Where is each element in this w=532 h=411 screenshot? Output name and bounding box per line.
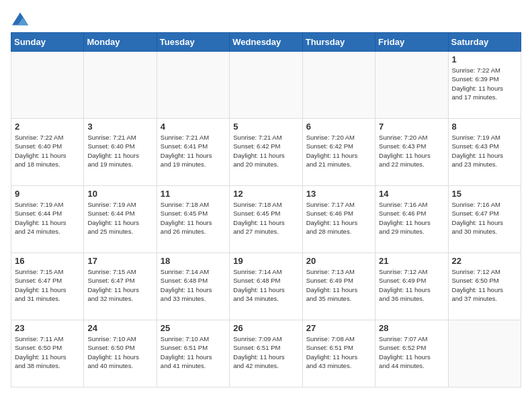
day-number: 9 (15, 189, 80, 199)
day-number: 22 (452, 256, 517, 266)
day-info: Sunrise: 7:15 AM Sunset: 6:47 PM Dayligh… (87, 267, 152, 303)
day-info: Sunrise: 7:19 AM Sunset: 6:44 PM Dayligh… (15, 200, 80, 236)
day-number: 16 (15, 256, 80, 266)
day-number: 8 (452, 122, 517, 132)
calendar-cell: 20Sunrise: 7:13 AM Sunset: 6:49 PM Dayli… (302, 253, 375, 320)
calendar-cell: 13Sunrise: 7:17 AM Sunset: 6:46 PM Dayli… (302, 186, 375, 253)
calendar-week-row: 1Sunrise: 7:22 AM Sunset: 6:39 PM Daylig… (11, 52, 521, 119)
day-info: Sunrise: 7:22 AM Sunset: 6:40 PM Dayligh… (15, 133, 80, 169)
logo-icon (12, 11, 28, 27)
day-number: 10 (87, 189, 152, 199)
day-info: Sunrise: 7:12 AM Sunset: 6:49 PM Dayligh… (379, 267, 444, 303)
day-number: 4 (161, 122, 226, 132)
day-number: 24 (87, 323, 152, 333)
calendar-cell: 8Sunrise: 7:19 AM Sunset: 6:43 PM Daylig… (448, 119, 521, 186)
day-info: Sunrise: 7:15 AM Sunset: 6:47 PM Dayligh… (15, 267, 80, 303)
calendar-cell: 7Sunrise: 7:20 AM Sunset: 6:43 PM Daylig… (375, 119, 448, 186)
calendar-cell: 15Sunrise: 7:16 AM Sunset: 6:47 PM Dayli… (448, 186, 521, 253)
day-info: Sunrise: 7:08 AM Sunset: 6:51 PM Dayligh… (306, 334, 371, 370)
day-number: 28 (379, 323, 444, 333)
calendar-cell: 24Sunrise: 7:10 AM Sunset: 6:50 PM Dayli… (84, 320, 157, 387)
day-info: Sunrise: 7:14 AM Sunset: 6:48 PM Dayligh… (233, 267, 298, 303)
day-info: Sunrise: 7:18 AM Sunset: 6:45 PM Dayligh… (161, 200, 226, 236)
weekday-header-thursday: Thursday (302, 33, 375, 52)
day-number: 25 (161, 323, 226, 333)
day-number: 5 (233, 122, 298, 132)
day-info: Sunrise: 7:07 AM Sunset: 6:52 PM Dayligh… (379, 334, 444, 370)
calendar-cell: 5Sunrise: 7:21 AM Sunset: 6:42 PM Daylig… (230, 119, 302, 186)
calendar-cell: 21Sunrise: 7:12 AM Sunset: 6:49 PM Dayli… (375, 253, 448, 320)
calendar-table: SundayMondayTuesdayWednesdayThursdayFrid… (11, 32, 521, 387)
calendar-cell: 17Sunrise: 7:15 AM Sunset: 6:47 PM Dayli… (84, 253, 157, 320)
calendar-header-row: SundayMondayTuesdayWednesdayThursdayFrid… (11, 33, 521, 52)
day-number: 6 (306, 122, 371, 132)
day-info: Sunrise: 7:18 AM Sunset: 6:45 PM Dayligh… (233, 200, 298, 236)
logo (11, 11, 28, 27)
day-info: Sunrise: 7:17 AM Sunset: 6:46 PM Dayligh… (306, 200, 371, 236)
day-info: Sunrise: 7:11 AM Sunset: 6:50 PM Dayligh… (15, 334, 80, 370)
day-number: 2 (15, 122, 80, 132)
weekday-header-monday: Monday (84, 33, 157, 52)
day-number: 20 (306, 256, 371, 266)
day-number: 15 (452, 189, 517, 199)
day-info: Sunrise: 7:16 AM Sunset: 6:47 PM Dayligh… (452, 200, 517, 236)
day-number: 3 (87, 122, 152, 132)
day-number: 12 (233, 189, 298, 199)
day-info: Sunrise: 7:22 AM Sunset: 6:39 PM Dayligh… (452, 66, 517, 101)
day-info: Sunrise: 7:14 AM Sunset: 6:48 PM Dayligh… (161, 267, 226, 303)
day-number: 27 (306, 323, 371, 333)
day-number: 13 (306, 189, 371, 199)
calendar-cell: 26Sunrise: 7:09 AM Sunset: 6:51 PM Dayli… (230, 320, 302, 387)
calendar-cell: 23Sunrise: 7:11 AM Sunset: 6:50 PM Dayli… (11, 320, 84, 387)
day-info: Sunrise: 7:16 AM Sunset: 6:46 PM Dayligh… (379, 200, 444, 236)
calendar-week-row: 9Sunrise: 7:19 AM Sunset: 6:44 PM Daylig… (11, 186, 521, 253)
calendar-week-row: 2Sunrise: 7:22 AM Sunset: 6:40 PM Daylig… (11, 119, 521, 186)
calendar-cell: 27Sunrise: 7:08 AM Sunset: 6:51 PM Dayli… (302, 320, 375, 387)
calendar-cell (157, 52, 229, 119)
calendar-cell (302, 52, 375, 119)
calendar-cell (375, 52, 448, 119)
calendar-cell: 11Sunrise: 7:18 AM Sunset: 6:45 PM Dayli… (157, 186, 229, 253)
weekday-header-saturday: Saturday (448, 33, 521, 52)
day-number: 11 (161, 189, 226, 199)
day-number: 17 (87, 256, 152, 266)
day-number: 26 (233, 323, 298, 333)
day-number: 7 (379, 122, 444, 132)
day-info: Sunrise: 7:12 AM Sunset: 6:50 PM Dayligh… (452, 267, 517, 303)
day-info: Sunrise: 7:21 AM Sunset: 6:40 PM Dayligh… (87, 133, 152, 169)
calendar-cell (230, 52, 302, 119)
calendar-cell: 14Sunrise: 7:16 AM Sunset: 6:46 PM Dayli… (375, 186, 448, 253)
calendar-cell: 25Sunrise: 7:10 AM Sunset: 6:51 PM Dayli… (157, 320, 229, 387)
calendar-cell (11, 52, 84, 119)
calendar-cell: 4Sunrise: 7:21 AM Sunset: 6:41 PM Daylig… (157, 119, 229, 186)
calendar-cell: 12Sunrise: 7:18 AM Sunset: 6:45 PM Dayli… (230, 186, 302, 253)
calendar-cell: 3Sunrise: 7:21 AM Sunset: 6:40 PM Daylig… (84, 119, 157, 186)
day-number: 19 (233, 256, 298, 266)
day-info: Sunrise: 7:21 AM Sunset: 6:42 PM Dayligh… (233, 133, 298, 169)
weekday-header-friday: Friday (375, 33, 448, 52)
day-info: Sunrise: 7:09 AM Sunset: 6:51 PM Dayligh… (233, 334, 298, 370)
calendar-cell: 22Sunrise: 7:12 AM Sunset: 6:50 PM Dayli… (448, 253, 521, 320)
day-number: 14 (379, 189, 444, 199)
calendar-cell: 2Sunrise: 7:22 AM Sunset: 6:40 PM Daylig… (11, 119, 84, 186)
calendar-cell: 1Sunrise: 7:22 AM Sunset: 6:39 PM Daylig… (448, 52, 521, 119)
day-number: 18 (161, 256, 226, 266)
calendar-cell (448, 320, 521, 387)
day-info: Sunrise: 7:20 AM Sunset: 6:42 PM Dayligh… (306, 133, 371, 169)
weekday-header-tuesday: Tuesday (157, 33, 229, 52)
day-number: 23 (15, 323, 80, 333)
calendar-cell: 10Sunrise: 7:19 AM Sunset: 6:44 PM Dayli… (84, 186, 157, 253)
calendar-cell (84, 52, 157, 119)
calendar-week-row: 23Sunrise: 7:11 AM Sunset: 6:50 PM Dayli… (11, 320, 521, 387)
day-info: Sunrise: 7:19 AM Sunset: 6:44 PM Dayligh… (87, 200, 152, 236)
calendar-cell: 28Sunrise: 7:07 AM Sunset: 6:52 PM Dayli… (375, 320, 448, 387)
weekday-header-wednesday: Wednesday (230, 33, 302, 52)
day-info: Sunrise: 7:19 AM Sunset: 6:43 PM Dayligh… (452, 133, 517, 169)
calendar-cell: 6Sunrise: 7:20 AM Sunset: 6:42 PM Daylig… (302, 119, 375, 186)
day-info: Sunrise: 7:21 AM Sunset: 6:41 PM Dayligh… (161, 133, 226, 169)
weekday-header-sunday: Sunday (11, 33, 84, 52)
day-number: 1 (452, 54, 517, 64)
calendar-week-row: 16Sunrise: 7:15 AM Sunset: 6:47 PM Dayli… (11, 253, 521, 320)
day-info: Sunrise: 7:10 AM Sunset: 6:51 PM Dayligh… (161, 334, 226, 370)
day-number: 21 (379, 256, 444, 266)
